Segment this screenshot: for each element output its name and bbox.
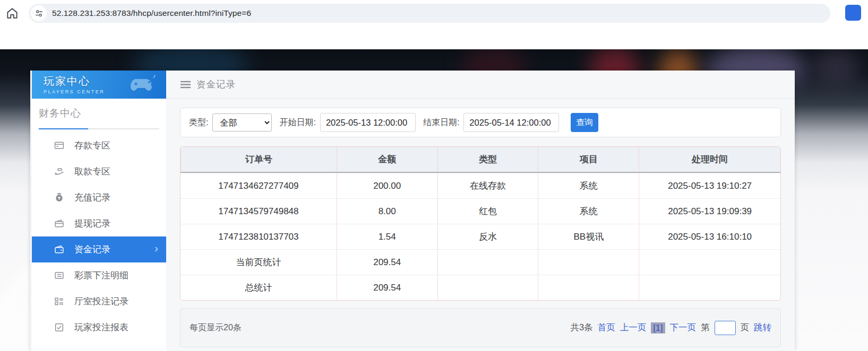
user-center-panel: 玩家中心 PLAYERS CENTER 财务中心 存款专区 ›	[30, 71, 795, 351]
player-bet-report-icon	[54, 322, 64, 332]
table-header: 订单号金额类型项目处理时间	[181, 147, 780, 172]
sidebar-item-label: 彩票下注明细	[74, 269, 128, 282]
search-button[interactable]: 查询	[571, 113, 598, 132]
time-cell	[639, 250, 780, 275]
project-cell	[538, 250, 639, 275]
fund-record-icon	[54, 244, 64, 255]
browser-chrome: 52.128.231.253:8783/hhcp/usercenter.html…	[0, 0, 868, 27]
sidebar-item[interactable]: 提现记录 ›	[32, 210, 166, 236]
time-cell: 2025-05-13 16:10:10	[639, 224, 780, 249]
order-number-cell: 总统计	[181, 275, 337, 300]
sidebar-item[interactable]: 资金记录 ›	[32, 236, 166, 262]
current-page-indicator[interactable]: [1]	[651, 322, 665, 334]
order-number-cell: 当前页统计	[181, 250, 337, 275]
next-page-link[interactable]: 下一页	[670, 322, 697, 334]
sidebar-item-label: 存款专区	[74, 139, 110, 152]
url-text: 52.128.231.253:8783/hhcp/usercenter.html…	[52, 8, 251, 18]
sidebar-item[interactable]: 玩家投注报表 ›	[32, 314, 166, 340]
extension-icon[interactable]	[845, 5, 861, 21]
type-cell: 在线存款	[437, 173, 538, 198]
content-header: 资金记录	[166, 71, 795, 99]
hamburger-icon[interactable]	[181, 81, 191, 89]
sidebar-item[interactable]: 充值记录 ›	[32, 185, 166, 210]
column-header: 类型	[437, 147, 538, 172]
amount-cell: 8.00	[337, 199, 437, 224]
content-area: 资金记录 类型: 全部 开始日期: 结束日期: 查询 订单号金额类型项目处理时间…	[166, 71, 795, 351]
table-row: 当前页统计 209.54	[181, 249, 780, 275]
type-cell	[437, 275, 538, 300]
jump-suffix-text: 页	[741, 322, 750, 334]
column-header: 订单号	[181, 147, 337, 172]
table-row: 1747134579749848 8.00 红包 系统 2025-05-13 1…	[181, 198, 780, 224]
sidebar-item-label: 充值记录	[74, 191, 110, 204]
table-row: 1747123810137703 1.54 反水 BB视讯 2025-05-13…	[181, 224, 780, 249]
lottery-bet-detail-icon	[54, 270, 64, 280]
order-number-cell: 1747134627277409	[181, 173, 337, 198]
recharge-record-icon	[54, 192, 64, 203]
sidebar-item-label: 取款专区	[74, 165, 110, 178]
sidebar-item[interactable]: 厅室投注记录 ›	[32, 288, 166, 314]
sidebar-item[interactable]: 取款专区 ›	[32, 159, 166, 185]
page-jump-input[interactable]	[715, 321, 736, 335]
chevron-right-icon: ›	[154, 242, 158, 255]
per-page-text: 每页显示20条	[190, 322, 242, 334]
amount-cell: 209.54	[337, 250, 437, 275]
withdraw-zone-icon	[54, 166, 64, 177]
site-settings-icon[interactable]	[31, 5, 47, 21]
first-page-link[interactable]: 首页	[598, 322, 615, 334]
sidebar-logo: 玩家中心 PLAYERS CENTER	[32, 71, 166, 99]
project-cell: 系统	[538, 199, 639, 224]
start-date-input[interactable]	[320, 113, 416, 132]
gamepad-icon	[129, 75, 159, 95]
finance-center-heading: 财务中心	[39, 107, 159, 120]
pagination-bar: 每页显示20条 共3条 首页 上一页 [1] 下一页 第 页 跳转	[180, 308, 781, 347]
prev-page-link[interactable]: 上一页	[620, 322, 647, 334]
total-count-text: 共3条	[570, 322, 592, 334]
type-cell: 红包	[437, 199, 538, 224]
table-row: 总统计 209.54	[181, 275, 780, 300]
sidebar-item-label: 厅室投注记录	[74, 295, 128, 308]
order-number-cell: 1747123810137703	[181, 224, 337, 249]
jump-button[interactable]: 跳转	[754, 322, 771, 334]
withdraw-record-icon	[54, 218, 64, 229]
filter-bar: 类型: 全部 开始日期: 结束日期: 查询	[180, 108, 781, 137]
end-date-label: 结束日期:	[423, 117, 459, 128]
type-select[interactable]: 全部	[212, 113, 272, 131]
sidebar-item-label: 提现记录	[74, 217, 110, 230]
table-header-row: 订单号金额类型项目处理时间	[181, 147, 780, 173]
end-date-input[interactable]	[463, 113, 559, 132]
column-header: 处理时间	[639, 147, 780, 172]
sidebar-item[interactable]: 彩票下注明细 ›	[32, 262, 166, 288]
time-cell	[639, 275, 780, 300]
sidebar: 玩家中心 PLAYERS CENTER 财务中心 存款专区 ›	[32, 71, 166, 351]
jump-prefix-text: 第	[701, 322, 710, 334]
amount-cell: 209.54	[337, 275, 437, 300]
project-cell: BB视讯	[538, 224, 639, 249]
amount-cell: 200.00	[337, 173, 437, 198]
pager-controls: 共3条 首页 上一页 [1] 下一页 第 页 跳转	[565, 321, 771, 335]
amount-cell: 1.54	[337, 224, 437, 249]
order-number-cell: 1747134579749848	[181, 199, 337, 224]
column-header: 金额	[337, 147, 437, 172]
type-label: 类型:	[189, 117, 208, 128]
type-cell: 反水	[437, 224, 538, 249]
project-cell	[538, 275, 639, 300]
sidebar-menu: 存款专区 › 取款专区 › 充值记录 › 提现记录	[32, 133, 166, 340]
home-icon[interactable]	[5, 6, 19, 20]
sidebar-item-label: 玩家投注报表	[74, 321, 128, 334]
sidebar-item[interactable]: 存款专区 ›	[32, 133, 166, 159]
sidebar-item-label: 资金记录	[74, 243, 110, 256]
time-cell: 2025-05-13 19:09:39	[639, 199, 780, 224]
sidebar-section: 财务中心	[32, 99, 166, 129]
hall-bet-record-icon	[54, 296, 64, 306]
deposit-zone-icon	[54, 141, 64, 151]
page-title: 资金记录	[196, 78, 236, 91]
start-date-label: 开始日期:	[279, 117, 315, 128]
table-row: 1747134627277409 200.00 在线存款 系统 2025-05-…	[181, 173, 780, 198]
section-underline	[39, 128, 159, 129]
table-body: 1747134627277409 200.00 在线存款 系统 2025-05-…	[181, 173, 780, 300]
records-table: 订单号金额类型项目处理时间 1747134627277409 200.00 在线…	[180, 146, 781, 301]
project-cell: 系统	[538, 173, 639, 198]
address-bar[interactable]: 52.128.231.253:8783/hhcp/usercenter.html…	[29, 4, 830, 23]
type-cell	[437, 250, 538, 275]
